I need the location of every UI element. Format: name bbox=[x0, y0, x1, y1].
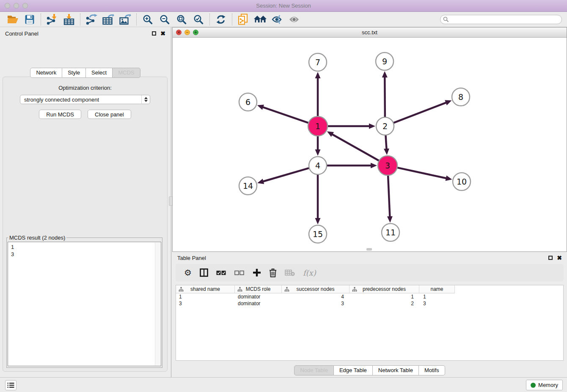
svg-text:1: 1 bbox=[315, 121, 320, 131]
select-stepper-icon bbox=[141, 95, 150, 104]
graph-node-15[interactable]: 15 bbox=[309, 225, 327, 243]
graph-node-4[interactable]: 4 bbox=[309, 157, 327, 174]
show-columns-button[interactable] bbox=[200, 268, 208, 277]
control-panel-tabs: Network Style Select MCDS bbox=[0, 68, 171, 78]
graph-edge-2-3[interactable] bbox=[385, 135, 386, 150]
close-table-panel-icon[interactable]: ✖ bbox=[557, 256, 562, 260]
zoom-out-button[interactable] bbox=[156, 13, 173, 26]
delete-column-button[interactable] bbox=[269, 268, 277, 277]
create-column-button[interactable] bbox=[253, 268, 261, 277]
table-row[interactable]: 1 dominator 4 1 1 bbox=[176, 293, 563, 300]
table-row[interactable]: 3 dominator 3 2 3 bbox=[176, 300, 563, 307]
network-close-button[interactable]: ✕ bbox=[176, 30, 182, 35]
tab-motifs[interactable]: Motifs bbox=[419, 365, 445, 375]
select-all-columns-button[interactable] bbox=[216, 270, 226, 276]
column-header-name[interactable]: name bbox=[419, 285, 455, 293]
tab-network-table[interactable]: Network Table bbox=[373, 365, 419, 375]
trash-icon bbox=[269, 268, 277, 277]
zoom-fit-button[interactable] bbox=[173, 13, 190, 26]
export-image-button[interactable] bbox=[117, 13, 134, 26]
graph-node-14[interactable]: 14 bbox=[239, 177, 257, 195]
tab-node-table[interactable]: Node Table bbox=[294, 365, 334, 375]
window-minimize-button[interactable] bbox=[14, 3, 19, 8]
graph-edge-3-11[interactable] bbox=[388, 175, 390, 218]
tree-icon bbox=[179, 287, 184, 292]
graph-edge-2-8[interactable] bbox=[394, 102, 447, 123]
unselect-all-columns-button[interactable] bbox=[234, 270, 245, 276]
import-table-button[interactable] bbox=[61, 13, 77, 26]
graph-edge-4-14[interactable] bbox=[262, 168, 309, 182]
column-header-mcds-role[interactable]: MCDS role bbox=[235, 285, 282, 293]
graph-edge-1-6[interactable] bbox=[262, 107, 308, 123]
graph-node-9[interactable]: 9 bbox=[376, 52, 394, 70]
toolbar-separator bbox=[41, 14, 41, 25]
graph-edge-3-1[interactable] bbox=[331, 134, 379, 161]
export-network-icon bbox=[85, 14, 97, 25]
network-resize-handle[interactable] bbox=[366, 248, 372, 251]
network-minimize-button[interactable]: – bbox=[184, 30, 190, 35]
graph-node-2[interactable]: 2 bbox=[376, 117, 394, 135]
tab-network[interactable]: Network bbox=[30, 68, 62, 78]
memory-label: Memory bbox=[538, 382, 558, 388]
tab-edge-table[interactable]: Edge Table bbox=[334, 365, 373, 375]
column-header-predecessor-nodes[interactable]: predecessor nodes bbox=[350, 285, 419, 293]
table-settings-button[interactable]: ⚙ bbox=[184, 268, 192, 277]
network-window: ✕ – + scc.txt 1234678910111415 bbox=[172, 27, 567, 252]
tab-style[interactable]: Style bbox=[62, 68, 86, 78]
hide-selected-button[interactable] bbox=[269, 13, 286, 26]
new-network-from-selection-button[interactable] bbox=[235, 13, 252, 26]
float-table-panel-icon[interactable] bbox=[548, 256, 553, 260]
refresh-icon bbox=[216, 14, 226, 25]
task-history-button[interactable] bbox=[5, 380, 17, 390]
apply-layout-button[interactable] bbox=[212, 13, 229, 26]
export-table-button[interactable] bbox=[100, 13, 117, 26]
zoom-selected-button[interactable] bbox=[190, 13, 207, 26]
graph-node-3[interactable]: 3 bbox=[378, 156, 397, 175]
graph-node-10[interactable]: 10 bbox=[453, 173, 471, 190]
edge-arrowhead bbox=[315, 149, 321, 156]
open-file-button[interactable] bbox=[4, 13, 21, 26]
mcds-result-group: MCDS result (2 nodes) 1 3 bbox=[6, 235, 162, 368]
run-mcds-button[interactable]: Run MCDS bbox=[39, 110, 81, 119]
column-header-successor-nodes[interactable]: successor nodes bbox=[282, 285, 350, 293]
mcds-panel: Optimization criterion: strongly connect… bbox=[3, 77, 168, 372]
mcds-result-title: MCDS result (2 nodes) bbox=[8, 235, 66, 241]
edge-arrowhead bbox=[384, 149, 389, 155]
graph-node-7[interactable]: 7 bbox=[309, 53, 327, 71]
graph-node-6[interactable]: 6 bbox=[239, 93, 257, 111]
graph-edge-3-10[interactable] bbox=[397, 168, 447, 179]
column-header-shared-name[interactable]: shared name bbox=[176, 285, 235, 293]
window-close-button[interactable] bbox=[5, 3, 10, 8]
zoom-fit-icon bbox=[176, 14, 187, 25]
result-line: 3 bbox=[11, 251, 161, 258]
svg-text:10: 10 bbox=[457, 177, 467, 186]
save-session-button[interactable] bbox=[21, 13, 38, 26]
edge-arrowhead bbox=[257, 105, 264, 110]
tab-select[interactable]: Select bbox=[86, 68, 113, 78]
graph-node-8[interactable]: 8 bbox=[452, 88, 470, 106]
memory-button[interactable]: Memory bbox=[526, 380, 563, 390]
result-scrollbar[interactable] bbox=[155, 243, 160, 365]
search-input[interactable] bbox=[440, 15, 562, 24]
criterion-select[interactable]: strongly connected component bbox=[20, 95, 150, 104]
network-maximize-button[interactable]: + bbox=[193, 30, 198, 35]
show-all-button[interactable] bbox=[286, 13, 303, 26]
tree-icon bbox=[237, 287, 242, 292]
export-network-button[interactable] bbox=[83, 13, 100, 26]
zoom-in-button[interactable] bbox=[139, 13, 156, 26]
graph-node-1[interactable]: 1 bbox=[308, 116, 328, 136]
network-canvas[interactable]: 1234678910111415 bbox=[173, 38, 567, 251]
import-network-button[interactable] bbox=[44, 13, 61, 26]
graph-edge-2-9[interactable] bbox=[385, 76, 385, 117]
float-panel-icon[interactable] bbox=[152, 31, 156, 36]
clone-network-icon bbox=[238, 14, 249, 25]
tab-mcds[interactable]: MCDS bbox=[113, 68, 140, 78]
app-title: Session: New Session bbox=[256, 3, 311, 9]
birdseye-view-button[interactable] bbox=[252, 13, 269, 26]
graph-node-11[interactable]: 11 bbox=[382, 224, 399, 241]
close-panel-icon[interactable]: ✖ bbox=[160, 31, 165, 36]
close-panel-button[interactable]: Close panel bbox=[88, 110, 131, 119]
app-titlebar: Session: New Session bbox=[0, 0, 567, 12]
window-maximize-button[interactable] bbox=[22, 3, 28, 8]
mcds-result-text[interactable]: 1 3 bbox=[8, 242, 161, 366]
